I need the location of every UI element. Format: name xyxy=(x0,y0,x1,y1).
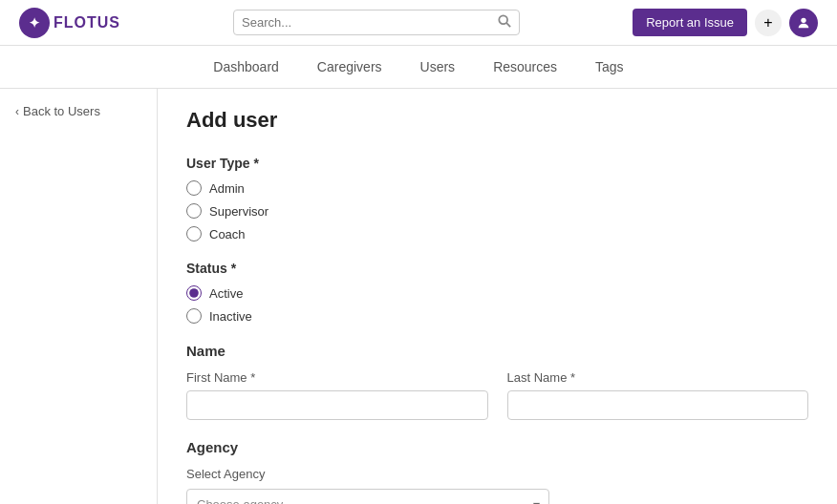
user-avatar[interactable] xyxy=(789,9,818,37)
agency-section-label: Agency xyxy=(186,439,808,455)
name-fields: First Name * Last Name * xyxy=(186,370,808,420)
last-name-label: Last Name * xyxy=(507,370,809,385)
report-issue-button[interactable]: Report an Issue xyxy=(633,9,747,36)
radio-active-input[interactable] xyxy=(186,285,202,301)
first-name-input[interactable] xyxy=(186,390,488,420)
nav-caregivers[interactable]: Caregivers xyxy=(317,55,382,78)
radio-active-label: Active xyxy=(209,286,243,301)
layout: ‹ Back to Users Add user User Type * Adm… xyxy=(0,89,837,504)
radio-active[interactable]: Active xyxy=(186,285,808,301)
radio-admin-input[interactable] xyxy=(186,180,202,196)
sidebar: ‹ Back to Users xyxy=(0,89,158,504)
select-agency-label: Select Agency xyxy=(186,467,808,481)
nav-dashboard[interactable]: Dashboard xyxy=(213,55,279,78)
radio-inactive-label: Inactive xyxy=(209,309,252,324)
search-bar xyxy=(233,10,520,35)
logo-icon: ✦ xyxy=(19,8,50,38)
search-input[interactable] xyxy=(242,15,498,30)
nav-tags[interactable]: Tags xyxy=(595,55,624,78)
user-type-group: User Type * Admin Supervisor Coach xyxy=(186,156,808,242)
radio-admin-label: Admin xyxy=(209,181,245,196)
agency-select[interactable]: Choose agency... xyxy=(186,489,549,504)
agency-select-wrapper: Choose agency... xyxy=(186,489,549,504)
name-section: Name First Name * Last Name * xyxy=(186,343,808,420)
logo-text: FLOTUS xyxy=(54,14,120,32)
svg-point-0 xyxy=(499,15,507,24)
radio-supervisor-label: Supervisor xyxy=(209,204,268,219)
radio-supervisor[interactable]: Supervisor xyxy=(186,203,808,219)
user-type-radio-group: Admin Supervisor Coach xyxy=(186,180,808,242)
back-arrow-icon: ‹ xyxy=(15,105,19,118)
add-button[interactable]: + xyxy=(755,10,782,36)
last-name-input[interactable] xyxy=(507,390,809,420)
header-right: Report an Issue + xyxy=(633,9,818,37)
last-name-field: Last Name * xyxy=(507,370,809,420)
radio-inactive[interactable]: Inactive xyxy=(186,308,808,324)
radio-inactive-input[interactable] xyxy=(186,308,202,324)
back-to-users-link[interactable]: ‹ Back to Users xyxy=(15,104,141,118)
logo: ✦ FLOTUS xyxy=(19,8,120,38)
header: ✦ FLOTUS Report an Issue + xyxy=(0,0,837,46)
page-title: Add user xyxy=(186,108,808,133)
radio-coach-label: Coach xyxy=(209,227,246,242)
user-type-label: User Type * xyxy=(186,156,808,171)
radio-admin[interactable]: Admin xyxy=(186,180,808,196)
back-link-label: Back to Users xyxy=(23,104,100,118)
status-group: Status * Active Inactive xyxy=(186,261,808,324)
status-radio-group: Active Inactive xyxy=(186,285,808,324)
search-button[interactable] xyxy=(498,14,511,31)
nav-users[interactable]: Users xyxy=(420,55,456,78)
first-name-field: First Name * xyxy=(186,370,488,420)
svg-point-2 xyxy=(801,17,805,22)
nav-resources[interactable]: Resources xyxy=(493,55,557,78)
name-section-label: Name xyxy=(186,343,808,359)
radio-coach[interactable]: Coach xyxy=(186,226,808,242)
status-label: Status * xyxy=(186,261,808,276)
main-content: Add user User Type * Admin Supervisor Co… xyxy=(158,89,837,504)
main-nav: Dashboard Caregivers Users Resources Tag… xyxy=(0,46,837,89)
svg-line-1 xyxy=(506,23,510,27)
first-name-label: First Name * xyxy=(186,370,488,385)
agency-section: Agency Select Agency Choose agency... xyxy=(186,439,808,504)
radio-supervisor-input[interactable] xyxy=(186,203,202,219)
radio-coach-input[interactable] xyxy=(186,226,202,242)
